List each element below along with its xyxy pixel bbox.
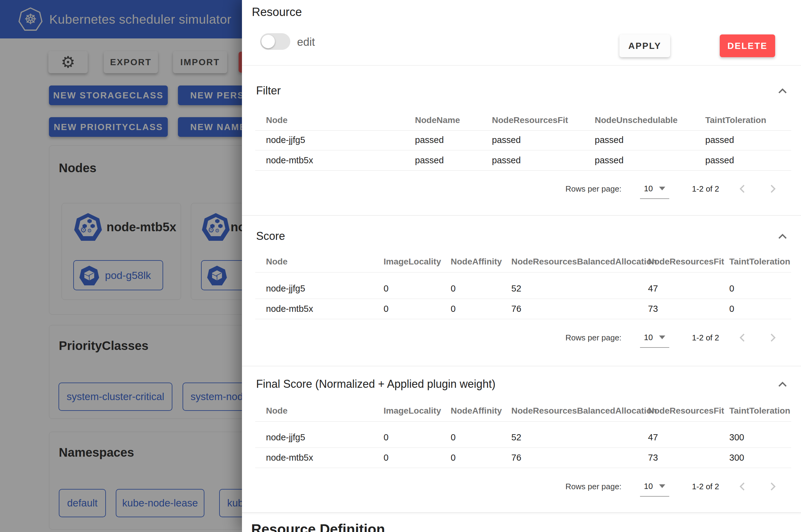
column-header: NodeAffinity xyxy=(451,406,511,416)
filter-section-title: Filter xyxy=(256,84,281,97)
column-header: NodeResourcesFit xyxy=(648,406,729,416)
cell: 73 xyxy=(648,453,729,463)
cell: node-jjfg5 xyxy=(266,284,384,294)
apply-button[interactable]: APPLY xyxy=(619,35,670,57)
rows-per-page-label: Rows per page: xyxy=(565,184,621,194)
divider xyxy=(242,513,801,513)
cell: 0 xyxy=(451,432,511,442)
score-table-header: Node ImageLocality NodeAffinity NodeReso… xyxy=(266,255,791,268)
rows-per-page-label: Rows per page: xyxy=(565,482,621,491)
cell: 47 xyxy=(648,432,729,442)
drawer-title: Resource xyxy=(252,5,302,19)
edit-toggle[interactable] xyxy=(260,33,290,50)
column-header: Node xyxy=(266,115,415,125)
page-range-label: 1-2 of 2 xyxy=(692,333,719,343)
previous-page-button[interactable] xyxy=(736,183,749,195)
next-page-button[interactable] xyxy=(766,480,779,493)
column-header: NodeResourcesBalancedAllocation xyxy=(511,406,648,416)
cell: 73 xyxy=(648,304,729,314)
table-row: node-mtb5x 0 0 76 73 300 xyxy=(266,451,791,464)
page-size-select[interactable]: 10 xyxy=(640,179,669,199)
cell: passed xyxy=(492,155,595,166)
cell: passed xyxy=(705,135,791,145)
cell: node-mtb5x xyxy=(266,304,384,314)
column-header: Node xyxy=(266,257,384,267)
cell: 52 xyxy=(511,432,648,442)
filter-collapse-button[interactable] xyxy=(776,85,789,98)
divider xyxy=(255,448,791,448)
dropdown-arrow-icon xyxy=(659,484,665,488)
cell: node-jjfg5 xyxy=(266,432,384,442)
final-score-collapse-button[interactable] xyxy=(776,378,789,392)
dropdown-arrow-icon xyxy=(659,336,665,339)
dropdown-arrow-icon xyxy=(659,187,665,190)
score-collapse-button[interactable] xyxy=(776,230,789,244)
cell: node-mtb5x xyxy=(266,155,415,166)
cell: 76 xyxy=(511,453,648,463)
column-header: NodeName xyxy=(415,115,492,125)
chevron-right-icon xyxy=(766,480,779,493)
page-size-select[interactable]: 10 xyxy=(640,327,669,348)
final-score-pagination: Rows per page: 10 1-2 of 2 xyxy=(242,476,801,497)
table-row: node-jjfg5 0 0 52 47 0 xyxy=(266,282,791,295)
table-row: node-jjfg5 passed passed passed passed xyxy=(266,133,791,146)
chevron-left-icon xyxy=(736,331,749,344)
cell: passed xyxy=(595,135,705,145)
cell: 0 xyxy=(384,284,451,294)
divider xyxy=(255,319,791,319)
column-header: ImageLocality xyxy=(384,406,451,416)
cell: passed xyxy=(415,135,492,145)
divider xyxy=(255,299,791,299)
table-row: node-jjfg5 0 0 52 47 300 xyxy=(266,431,791,444)
page-size-select[interactable]: 10 xyxy=(640,476,669,497)
score-pagination: Rows per page: 10 1-2 of 2 xyxy=(242,327,801,348)
divider xyxy=(255,130,791,131)
cell: 0 xyxy=(451,304,511,314)
column-header: NodeAffinity xyxy=(451,257,511,267)
cell: 52 xyxy=(511,284,648,294)
cell: passed xyxy=(595,155,705,166)
previous-page-button[interactable] xyxy=(736,480,749,493)
cell: 0 xyxy=(384,432,451,442)
column-header: NodeUnschedulable xyxy=(595,115,705,125)
divider xyxy=(255,170,791,171)
column-header: NodeResourcesFit xyxy=(492,115,595,125)
rows-per-page-label: Rows per page: xyxy=(565,333,621,343)
cell: 300 xyxy=(729,432,791,442)
divider xyxy=(255,421,791,422)
next-page-button[interactable] xyxy=(766,331,779,344)
chevron-up-icon xyxy=(776,231,789,243)
cell: passed xyxy=(415,155,492,166)
column-header: NodeResourcesBalancedAllocation xyxy=(511,257,648,267)
chevron-up-icon xyxy=(776,85,789,97)
cell: node-mtb5x xyxy=(266,453,384,463)
toggle-thumb xyxy=(261,35,275,48)
divider xyxy=(255,150,791,150)
page-size-value: 10 xyxy=(644,184,653,193)
cell: passed xyxy=(492,135,595,145)
resource-definition-title: Resource Definition xyxy=(251,521,385,532)
delete-button[interactable]: DELETE xyxy=(720,35,775,57)
cell: 0 xyxy=(451,453,511,463)
cell: node-jjfg5 xyxy=(266,135,415,145)
filter-table-header: Node NodeName NodeResourcesFit NodeUnsch… xyxy=(266,114,791,127)
edit-toggle-label: edit xyxy=(297,36,315,49)
cell: 0 xyxy=(729,304,791,314)
chevron-right-icon xyxy=(766,183,779,195)
column-header: TaintToleration xyxy=(705,115,791,125)
next-page-button[interactable] xyxy=(766,183,779,195)
chevron-up-icon xyxy=(776,379,789,391)
previous-page-button[interactable] xyxy=(736,331,749,344)
page-range-label: 1-2 of 2 xyxy=(692,184,719,194)
chevron-right-icon xyxy=(766,331,779,344)
final-score-section-title: Final Score (Normalized + Applied plugin… xyxy=(256,378,495,391)
cell: 76 xyxy=(511,304,648,314)
column-header: Node xyxy=(266,406,384,416)
cell: 0 xyxy=(729,284,791,294)
score-section-title: Score xyxy=(256,230,285,243)
divider xyxy=(242,215,801,215)
table-row: node-mtb5x 0 0 76 73 0 xyxy=(266,302,791,315)
cell: 47 xyxy=(648,284,729,294)
column-header: TaintToleration xyxy=(729,257,791,267)
cell: 0 xyxy=(384,453,451,463)
